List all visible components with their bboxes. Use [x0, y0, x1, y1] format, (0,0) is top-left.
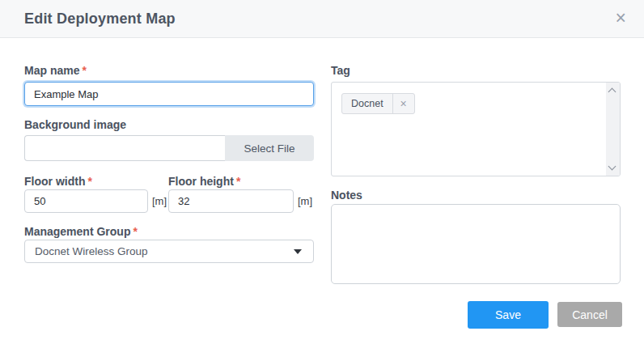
required-asterisk: * [82, 64, 86, 77]
background-image-label-text: Background image [24, 118, 126, 131]
tag-label-text: Tag [331, 64, 350, 77]
dialog-header: Edit Deployment Map × [0, 0, 644, 38]
management-group-selected-option: Docnet Wireless Group [35, 245, 148, 257]
notes-label: Notes [331, 189, 362, 202]
floor-height-unit: [m] [298, 195, 312, 207]
required-asterisk: * [87, 175, 91, 188]
floor-width-input[interactable] [24, 189, 148, 213]
management-group-label-text: Management Group [24, 225, 130, 238]
dialog-title: Edit Deployment Map [24, 0, 176, 38]
remove-tag-icon[interactable]: × [392, 94, 414, 113]
tag-chip-label: Docnet [342, 94, 392, 113]
cancel-button[interactable]: Cancel [557, 302, 622, 327]
map-name-label-text: Map name [24, 64, 79, 77]
floor-height-input[interactable] [168, 189, 294, 213]
required-asterisk: * [236, 175, 240, 188]
tag-chip: Docnet × [341, 93, 415, 114]
tag-box[interactable]: Docnet × [331, 82, 621, 176]
floor-width-unit: [m] [152, 195, 167, 207]
required-asterisk: * [133, 225, 137, 238]
management-group-select[interactable]: Docnet Wireless Group [24, 240, 314, 263]
background-image-filename-input[interactable] [24, 135, 225, 161]
notes-textarea[interactable] [331, 204, 621, 284]
select-file-button[interactable]: Select File [225, 135, 314, 161]
background-image-file-row: Select File [24, 135, 314, 161]
close-icon[interactable]: × [616, 9, 626, 28]
map-name-label: Map name* [24, 64, 87, 77]
notes-label-text: Notes [331, 189, 362, 202]
dropdown-arrow-icon [294, 249, 302, 254]
tag-label: Tag [331, 64, 350, 77]
tag-box-scrollbar[interactable] [606, 83, 620, 176]
save-button[interactable]: Save [468, 301, 549, 329]
floor-height-label: Floor height* [168, 175, 240, 188]
management-group-label: Management Group* [24, 225, 138, 238]
background-image-label: Background image [24, 118, 126, 131]
map-name-input[interactable] [24, 82, 314, 106]
chevron-down-icon[interactable] [608, 163, 616, 171]
floor-width-label: Floor width* [24, 175, 92, 188]
chevron-up-icon[interactable] [608, 88, 616, 96]
floor-width-label-text: Floor width [24, 175, 85, 188]
floor-height-label-text: Floor height [168, 175, 234, 188]
edit-deployment-map-dialog: Edit Deployment Map × Map name* Backgrou… [0, 0, 644, 344]
